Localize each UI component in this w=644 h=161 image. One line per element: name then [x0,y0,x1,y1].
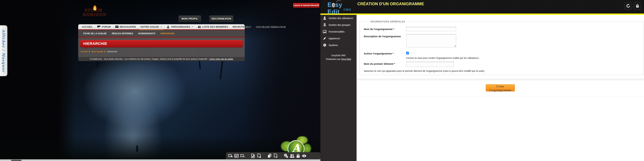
admin-header: Esy Edit CMS CRÉATION D'UN ORGANIGRAMME [320,0,644,14]
refresh-icon [626,4,630,8]
person-icon [167,26,170,28]
admin-sidebar: Gestion des utilisateurs Gestion des gro… [320,15,356,161]
form-row-name: Nom de l'organigramme * [364,27,643,31]
eye-icon[interactable] [302,153,306,158]
editor-toolbar [226,152,320,159]
sidebar-item-gestion-utilisateurs[interactable]: Gestion des utilisateurs [320,15,356,22]
sidebar-item-gestion-groupes[interactable]: Gestion des groupes [320,22,356,28]
guild-logo: STORM HORIZON [83,8,111,19]
scrollbar-thumb[interactable] [11,160,22,161]
nav-item-personnages[interactable]: PERSONNAGES [167,24,193,30]
gears-icon[interactable] [284,153,288,158]
sidebar-item-fonctionnalites[interactable]: Fonctionnalités [320,28,356,35]
subnav-screenshots[interactable]: SCREENSHOTS [138,32,156,35]
form-actions: Créer l'organigramme [356,79,644,97]
sidebar-footer: EasyEdit CMS Réalisation par Orna Web [320,54,356,61]
admin-page-title: CRÉATION D'UN ORGANIGRAMME [358,2,424,6]
yellow-divider [320,14,644,15]
pencil-icon [323,37,326,40]
subnav-regles-internes[interactable]: RÈGLES INTERNES [112,32,133,35]
org-name-label: Nom de l'organigramme * [364,27,406,31]
chat-icon [97,26,100,28]
mouse-icon [332,3,335,8]
subnav-fiche-de-la-guilde[interactable]: FICHE DE LA GUILDE [83,32,107,35]
user-icon [323,16,326,20]
lock-code-icon[interactable] [296,153,300,158]
create-guild-site-link[interactable]: Créez votre site de guilde [209,58,233,60]
launch-tutorial-button[interactable]: Lancer le tutoriel interactif [293,3,320,8]
breadcrumb-arrow-icon [104,51,106,52]
fieldset-legend: INFORMATIONS GÉNÉRALES [368,20,407,23]
form-row-description: Description de l'organigramme [364,34,643,47]
orna-web-link[interactable]: Orna Web [341,58,351,60]
zone-add-icon[interactable] [228,153,233,158]
users-icon[interactable] [290,153,294,158]
refresh-button[interactable] [624,2,632,10]
org-desc-textarea[interactable] [406,34,456,47]
breadcrumb-home-link[interactable]: Accueil [80,50,88,53]
guild-logo-line1: STORM [85,8,111,13]
sidebar-item-systeme[interactable]: Système [320,42,356,49]
chevron-down-icon [192,26,193,27]
show-hide-label: Afficher / Masquer [2,29,6,72]
nav-item-recrutement[interactable]: RECRUTEMENT [232,24,251,30]
pages-copy-icon[interactable] [267,153,272,158]
my-profile-button[interactable]: MON PROFIL [178,16,201,22]
envelope-icon [115,26,118,28]
org-active-help: Cochez la case pour rendre l'organigramm… [406,57,479,59]
nav-item-archeage-ressource[interactable]: ARCHEAGE RESSOURCE [256,24,286,30]
gear-icon [323,43,326,47]
people-icon [198,26,201,28]
show-hide-toggle-tab[interactable]: Afficher / Masquer [0,25,8,76]
zone-remove-icon[interactable] [240,153,245,158]
org-name-input[interactable] [406,27,456,31]
site-content-panel: HIERARCHIE Accueil Notre guilde Hierarch… [78,37,245,61]
easyedit-logo: Esy Edit CMS [328,1,354,13]
first-element-input[interactable] [406,62,454,67]
site-footer: © Guildi.com - Tous droits réservés - Le… [78,57,245,61]
breadcrumb: Accueil Notre guilde Hierarchie [80,50,117,53]
nav-item-notre-guilde[interactable]: NOTRE GUILDE [140,24,162,30]
site-preview-region: Afficher / Masquer Lancer le tutoriel in… [0,0,320,161]
horizontal-scrollbar[interactable] [0,159,320,161]
general-info-fieldset: INFORMATIONS GÉNÉRALES Nom de l'organigr… [360,20,643,75]
logout-button[interactable]: DECONNEXION [210,16,233,22]
image-icon [323,30,326,33]
easyedit-logo-sub: CMS [344,8,351,12]
banner-pointer [84,47,88,49]
nav-item-accueil[interactable]: ACCUEIL [82,24,93,30]
org-active-label: Activer l'organigramme * [364,51,406,59]
site-main-nav: ACCUEIL FORUM MESSAGERIE NOTRE GUILDE [78,24,245,30]
breadcrumb-section-link[interactable]: Notre guilde [92,50,103,53]
subnav-hierarchie[interactable]: HIERARCHIE [160,32,174,35]
org-desc-label: Description de l'organigramme [364,34,406,47]
first-element-label: Nom du premier élément * [364,62,406,67]
character-silhouette [136,145,138,152]
sidebar-item-apparence[interactable]: Apparence [320,35,356,42]
breadcrumb-arrow-icon [89,51,90,52]
nav-item-messagerie[interactable]: MESSAGERIE [115,24,136,30]
screenshot-root: Afficher / Masquer Lancer le tutoriel in… [0,0,644,161]
site-sub-nav: FICHE DE LA GUILDE RÈGLES INTERNES SCREE… [78,30,245,37]
breadcrumb-current: Hierarchie [107,50,117,53]
page-add-icon[interactable] [257,153,261,158]
org-active-checkbox[interactable] [406,52,409,54]
nav-item-forum[interactable]: FORUM [97,24,111,30]
page-edit-icon[interactable] [251,153,255,158]
guild-logo-line2: HORIZON [83,13,111,17]
create-org-button[interactable]: Créer l'organigramme [486,84,515,91]
admin-content: INFORMATIONS GÉNÉRALES Nom de l'organigr… [356,15,644,161]
form-row-active: Activer l'organigramme * Cochez la case … [364,51,643,59]
sidebar-footer-line1: EasyEdit CMS [320,54,356,57]
medal-icon [323,23,326,27]
first-element-help: Saisissez le nom qui apparaitra pour le … [364,70,643,72]
archeage-letter: A [292,143,300,153]
page-title-banner: HIERARCHIE [80,40,243,47]
nav-item-liste-des-membres[interactable]: LISTE DES MEMBRES [198,24,228,30]
lock-icon [636,4,640,8]
form-row-first-element: Nom du premier élément * [364,62,643,67]
layout-grid-icon[interactable] [234,153,239,158]
lock-button[interactable] [634,2,641,10]
page-remove-icon[interactable] [273,153,278,158]
flame-icon [93,6,96,11]
